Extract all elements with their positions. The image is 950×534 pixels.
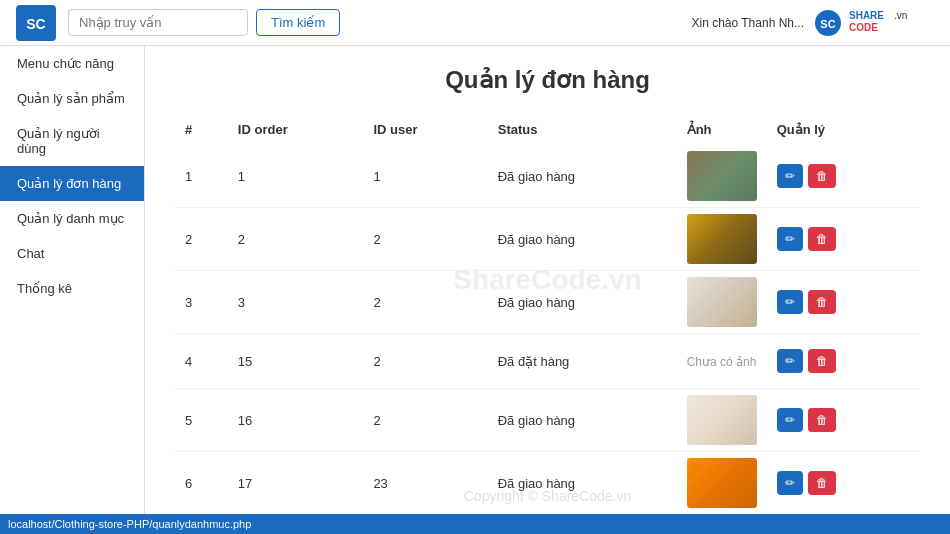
sharecode-brand: SC SHARE CODE .vn bbox=[814, 9, 934, 37]
table-row: 5 16 2 Đã giao hàng ✏ 🗑 bbox=[175, 389, 920, 452]
cell-id-order: 17 bbox=[228, 452, 364, 515]
app-logo: SC bbox=[16, 5, 56, 41]
col-quan-ly: Quản lý bbox=[767, 114, 920, 145]
cell-actions: ✏ 🗑 bbox=[767, 208, 920, 271]
svg-text:SHARE: SHARE bbox=[849, 10, 884, 21]
col-anh: Ảnh bbox=[677, 114, 767, 145]
col-num: # bbox=[175, 114, 228, 145]
sidebar-item-quan-ly-don-hang[interactable]: Quản lý đơn hàng bbox=[0, 166, 144, 201]
table-row: 1 1 1 Đã giao hàng ✏ 🗑 bbox=[175, 145, 920, 208]
status-bar: localhost/Clothing-store-PHP/quanlydanhm… bbox=[0, 514, 950, 534]
order-image bbox=[687, 151, 757, 201]
cell-num: 3 bbox=[175, 271, 228, 334]
table-row: 4 15 2 Đã đặt hàng Chưa có ảnh ✏ 🗑 bbox=[175, 334, 920, 389]
cell-id-user: 2 bbox=[363, 334, 487, 389]
cell-id-user: 2 bbox=[363, 389, 487, 452]
svg-text:SC: SC bbox=[820, 18, 835, 30]
orders-table: # ID order ID user Status Ảnh Quản lý 1 … bbox=[175, 114, 920, 514]
cell-id-order: 16 bbox=[228, 389, 364, 452]
sidebar: Menu chức năng Quản lý sản phẩm Quản lý … bbox=[0, 46, 145, 514]
cell-num: 1 bbox=[175, 145, 228, 208]
cell-status: Đã giao hàng bbox=[488, 208, 677, 271]
welcome-text: Xin chào Thanh Nh... bbox=[691, 16, 804, 30]
edit-button[interactable]: ✏ bbox=[777, 290, 803, 314]
cell-num: 5 bbox=[175, 389, 228, 452]
search-button[interactable]: Tìm kiếm bbox=[256, 9, 340, 36]
order-image bbox=[687, 214, 757, 264]
cell-image bbox=[677, 271, 767, 334]
edit-button[interactable]: ✏ bbox=[777, 164, 803, 188]
svg-text:CODE: CODE bbox=[849, 22, 878, 33]
table-header-row: # ID order ID user Status Ảnh Quản lý bbox=[175, 114, 920, 145]
table-row: 6 17 23 Đã giao hàng ✏ 🗑 bbox=[175, 452, 920, 515]
delete-button[interactable]: 🗑 bbox=[808, 290, 836, 314]
cell-id-order: 2 bbox=[228, 208, 364, 271]
delete-button[interactable]: 🗑 bbox=[808, 227, 836, 251]
edit-button[interactable]: ✏ bbox=[777, 227, 803, 251]
cell-status: Đã đặt hàng bbox=[488, 334, 677, 389]
cell-actions: ✏ 🗑 bbox=[767, 145, 920, 208]
sidebar-item-quan-ly-nguoi-dung[interactable]: Quản lý người dùng bbox=[0, 116, 144, 166]
sidebar-item-thong-ke[interactable]: Thống kê bbox=[0, 271, 144, 306]
edit-button[interactable]: ✏ bbox=[777, 408, 803, 432]
cell-id-order: 1 bbox=[228, 145, 364, 208]
cell-image bbox=[677, 452, 767, 515]
cell-actions: ✏ 🗑 bbox=[767, 334, 920, 389]
edit-button[interactable]: ✏ bbox=[777, 471, 803, 495]
cell-actions: ✏ 🗑 bbox=[767, 452, 920, 515]
col-id-user: ID user bbox=[363, 114, 487, 145]
table-row: 2 2 2 Đã giao hàng ✏ 🗑 bbox=[175, 208, 920, 271]
cell-id-user: 23 bbox=[363, 452, 487, 515]
cell-image bbox=[677, 145, 767, 208]
cell-id-user: 2 bbox=[363, 208, 487, 271]
status-url: localhost/Clothing-store-PHP/quanlydanhm… bbox=[8, 518, 251, 530]
cell-status: Đã giao hàng bbox=[488, 145, 677, 208]
cell-id-order: 15 bbox=[228, 334, 364, 389]
cell-num: 6 bbox=[175, 452, 228, 515]
search-input[interactable] bbox=[68, 9, 248, 36]
col-id-order: ID order bbox=[228, 114, 364, 145]
cell-status: Đã giao hàng bbox=[488, 452, 677, 515]
sidebar-item-quan-ly-san-pham[interactable]: Quản lý sản phẩm bbox=[0, 81, 144, 116]
cell-status: Đã giao hàng bbox=[488, 389, 677, 452]
delete-button[interactable]: 🗑 bbox=[808, 471, 836, 495]
sidebar-item-chat[interactable]: Chat bbox=[0, 236, 144, 271]
cell-num: 2 bbox=[175, 208, 228, 271]
cell-id-user: 2 bbox=[363, 271, 487, 334]
table-row: 3 3 2 Đã giao hàng ✏ 🗑 bbox=[175, 271, 920, 334]
main-layout: Menu chức năng Quản lý sản phẩm Quản lý … bbox=[0, 46, 950, 514]
svg-text:SC: SC bbox=[26, 16, 45, 32]
cell-image: Chưa có ảnh bbox=[677, 334, 767, 389]
cell-image bbox=[677, 208, 767, 271]
edit-button[interactable]: ✏ bbox=[777, 349, 803, 373]
delete-button[interactable]: 🗑 bbox=[808, 349, 836, 373]
cell-num: 4 bbox=[175, 334, 228, 389]
cell-id-order: 3 bbox=[228, 271, 364, 334]
cell-actions: ✏ 🗑 bbox=[767, 389, 920, 452]
cell-image bbox=[677, 389, 767, 452]
sidebar-item-quan-ly-danh-muc[interactable]: Quản lý danh mục bbox=[0, 201, 144, 236]
no-image-text: Chưa có ảnh bbox=[687, 355, 757, 369]
cell-status: Đã giao hàng bbox=[488, 271, 677, 334]
cell-id-user: 1 bbox=[363, 145, 487, 208]
delete-button[interactable]: 🗑 bbox=[808, 408, 836, 432]
delete-button[interactable]: 🗑 bbox=[808, 164, 836, 188]
sidebar-item-menu-chuc-nang[interactable]: Menu chức năng bbox=[0, 46, 144, 81]
svg-text:.vn: .vn bbox=[894, 10, 907, 21]
order-image bbox=[687, 277, 757, 327]
order-image bbox=[687, 458, 757, 508]
search-area: Tìm kiếm bbox=[68, 9, 691, 36]
col-status: Status bbox=[488, 114, 677, 145]
page-title: Quản lý đơn hàng bbox=[175, 66, 920, 94]
order-image bbox=[687, 395, 757, 445]
top-bar: SC Tìm kiếm Xin chào Thanh Nh... SC SHAR… bbox=[0, 0, 950, 46]
main-content: ShareCode.vn Quản lý đơn hàng # ID order… bbox=[145, 46, 950, 514]
cell-actions: ✏ 🗑 bbox=[767, 271, 920, 334]
